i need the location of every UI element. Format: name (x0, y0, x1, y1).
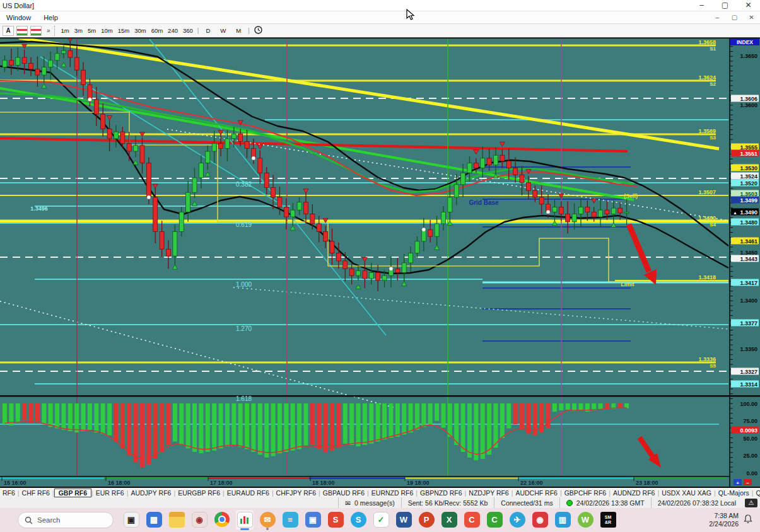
period-button-W[interactable]: W (215, 27, 231, 34)
timeframe-button-15m[interactable]: 15m (115, 27, 132, 34)
svg-text:1.3530: 1.3530 (740, 165, 757, 171)
svg-text:0.00: 0.00 (746, 470, 757, 477)
svg-text:25.00: 25.00 (743, 453, 757, 459)
status-bar: ✉ 0 message(s) Sent: 56 Kb/Recv: 5552 Kb… (0, 497, 760, 508)
svg-text:17 18:00: 17 18:00 (210, 480, 233, 486)
camtasia-green-icon[interactable]: C (486, 510, 503, 530)
camtasia-red-icon[interactable]: C (463, 510, 481, 530)
timeframe-button-10m[interactable]: 10m (98, 27, 115, 34)
title-bar: US Dollar] – ▢ ✕ (0, 0, 760, 11)
symbol-tab-euraud-rf6[interactable]: EURAUD RF6 (225, 489, 272, 497)
svg-text:22 16:00: 22 16:00 (520, 480, 543, 486)
svg-text:S1: S1 (710, 46, 716, 52)
media-app-icon[interactable]: ▣ (304, 510, 322, 530)
svg-text:1.3417: 1.3417 (740, 280, 757, 286)
symbol-tab-audnzd-rf6[interactable]: AUDNZD RF6 (611, 489, 658, 497)
symbol-tab-gbpnzd-rf6[interactable]: GBPNZD RF6 (418, 489, 465, 497)
menu-item-help[interactable]: Help (37, 14, 64, 21)
quote-board-icon[interactable] (16, 26, 28, 36)
symbol-tab-audchf-rf6[interactable]: AUDCHF RF6 (513, 489, 560, 497)
recorder-app-icon[interactable]: ◉ (531, 510, 549, 530)
messages-count: 0 message(s) (354, 499, 395, 507)
notification-bell-icon[interactable] (744, 514, 760, 526)
svg-text:1.3418: 1.3418 (698, 274, 716, 280)
close-button[interactable]: ✕ (737, 0, 760, 11)
app-s-red-icon[interactable]: S (327, 510, 344, 530)
symbol-tab-ql-majors[interactable]: QL-Majors (716, 489, 752, 497)
powerpoint-icon[interactable]: P (418, 510, 435, 530)
mail-app-icon[interactable]: ✉ (259, 510, 276, 530)
checkmark-app-icon[interactable]: ✓ (372, 510, 390, 530)
child-minimize-button[interactable]: – (709, 14, 726, 21)
symbol-tab-usdx-xau-xag[interactable]: USDX XAU XAG (659, 489, 714, 497)
toolbar-overflow-icon[interactable]: » (47, 27, 50, 34)
svg-text:1.270: 1.270 (236, 325, 252, 332)
svg-text:23 18:00: 23 18:00 (636, 480, 658, 486)
symbol-tab-chf-rf6[interactable]: CHF RF6 (20, 489, 52, 497)
price-chart-canvas[interactable]: Grid Base(Sell)Limit1.34961.3658S11.3624… (0, 38, 760, 487)
svg-text:1.3507: 1.3507 (698, 189, 716, 195)
symbol-tab-ql-exotics[interactable]: QL-Exotics (753, 489, 760, 497)
symbol-tab-nzdjpy-rf6[interactable]: NZDJPY RF6 (466, 489, 511, 497)
calculator-icon[interactable]: ▦ (145, 510, 163, 530)
market-watch-icon[interactable] (30, 26, 42, 36)
chart-area[interactable]: Grid Base(Sell)Limit1.34961.3658S11.3624… (0, 38, 760, 487)
svg-text:0.382: 0.382 (236, 181, 252, 188)
symbol-tab-eurnzd-rf6[interactable]: EURNZD RF6 (369, 489, 416, 497)
timeframe-button-3m[interactable]: 3m (72, 27, 85, 34)
taskbar-search-input[interactable]: Search (18, 512, 114, 528)
child-close-button[interactable]: ✕ (743, 14, 760, 21)
svg-text:1.3480: 1.3480 (740, 219, 757, 226)
gmt-time-segment: 24/02/2026 13:38 GMT (559, 497, 651, 508)
smr-app-icon[interactable]: SM &R (599, 510, 617, 530)
traffic-segment: Sent: 56 Kb/Recv: 5552 Kb (401, 497, 494, 508)
webmoney-icon[interactable]: W (576, 510, 594, 530)
svg-text:1.3461: 1.3461 (740, 238, 757, 245)
symbol-tab-gbpchf-rf6[interactable]: GBPCHF RF6 (562, 489, 609, 497)
traffic-text: Sent: 56 Kb/Recv: 5552 Kb (408, 499, 488, 507)
symbol-tab-eur-rf6[interactable]: EUR RF6 (93, 489, 127, 497)
symbol-tab-gbp-rf6[interactable]: GBP RF6 (54, 489, 91, 497)
timeframe-button-60m[interactable]: 60m (149, 27, 165, 34)
skype-icon[interactable]: S (349, 510, 367, 530)
telegram-icon[interactable]: ✈ (508, 510, 526, 530)
word-icon[interactable]: W (395, 510, 412, 530)
timeframe-button-240[interactable]: 240 (165, 27, 180, 34)
timeframe-button-1m[interactable]: 1m (59, 27, 72, 34)
timeframe-button-30m[interactable]: 30m (132, 27, 148, 34)
symbol-tab-bar: RF6|CHF RF6|GBP RF6|EUR RF6|AUDJPY RF6|E… (0, 487, 760, 497)
badge-app-icon[interactable]: ◉ (190, 510, 208, 530)
chrome-icon[interactable] (213, 510, 231, 530)
timeframe-button-360[interactable]: 360 (180, 27, 196, 34)
symbol-tab-gbpaud-rf6[interactable]: GBPAUD RF6 (320, 489, 367, 497)
trading-app-icon[interactable] (236, 510, 254, 530)
search-icon (25, 516, 33, 524)
symbol-tab-chfjpy-rf6[interactable]: CHFJPY RF6 (274, 489, 319, 497)
symbol-tab-audjpy-rf6[interactable]: AUDJPY RF6 (128, 489, 173, 497)
period-bar: DWM (201, 27, 246, 34)
svg-text:1.3314: 1.3314 (740, 381, 757, 388)
taskbar-clock[interactable]: 7:38 AM 2/24/2026 (709, 512, 744, 528)
maximize-button[interactable]: ▢ (713, 0, 737, 11)
file-explorer-icon[interactable] (168, 510, 185, 530)
excel-icon[interactable]: X (440, 510, 458, 530)
clock-tool-icon[interactable] (254, 26, 262, 35)
alert-icon[interactable]: ⚠ (745, 499, 757, 507)
toolbox-app-icon[interactable]: ▥ (554, 510, 571, 530)
svg-text:1.3606: 1.3606 (740, 96, 757, 102)
svg-text:1.3658: 1.3658 (698, 39, 716, 45)
period-button-D[interactable]: D (201, 27, 215, 34)
timeframe-button-5m[interactable]: 5m (85, 27, 98, 34)
svg-text:INDEX: INDEX (737, 39, 753, 45)
svg-text:1.3350: 1.3350 (740, 346, 757, 352)
minimize-button[interactable]: – (690, 0, 713, 11)
period-button-M[interactable]: M (231, 27, 246, 34)
svg-text:1.3377: 1.3377 (740, 320, 757, 327)
child-restore-button[interactable]: ▢ (726, 14, 743, 21)
desktop-app-icon[interactable]: ▣ (122, 510, 140, 530)
symbol-tab-eurgbp-rf6[interactable]: EURGBP RF6 (175, 489, 223, 497)
menu-item-window[interactable]: Window (0, 14, 37, 21)
notes-app-icon[interactable]: ≡ (281, 510, 299, 530)
symbol-tab-rf6[interactable]: RF6 (0, 489, 18, 497)
annotate-tool-icon[interactable]: A (3, 26, 14, 36)
